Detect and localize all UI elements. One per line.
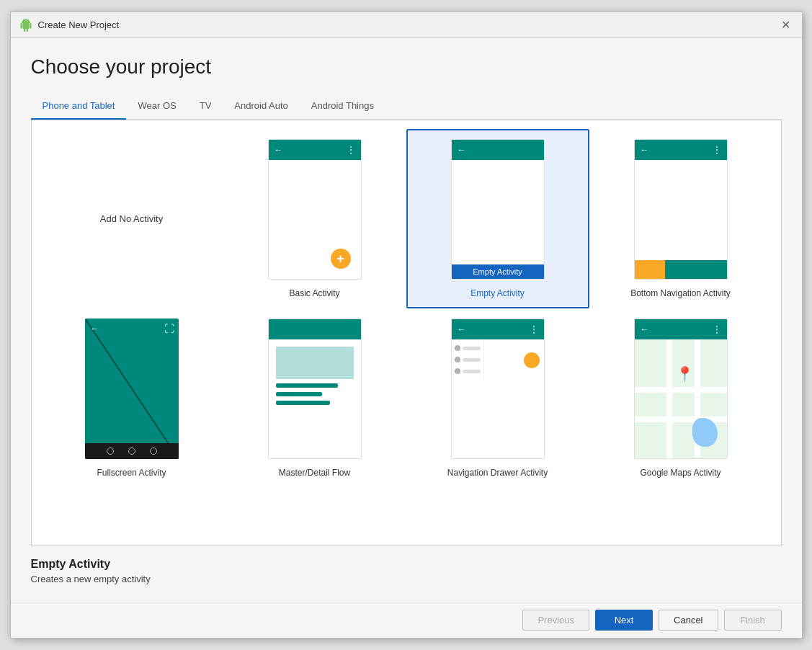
fullscreen-label: Fullscreen Activity bbox=[97, 468, 166, 478]
nav-drawer-list bbox=[452, 339, 484, 380]
diagonal-svg bbox=[85, 319, 179, 459]
bottom-nav-preview: ← ⋮ bbox=[634, 139, 728, 280]
template-grid-container: Add No Activity ← ⋮ + bbox=[31, 120, 782, 546]
title-bar-left: Create New Project bbox=[19, 19, 120, 32]
back-arrow-icon-empty: ← bbox=[458, 145, 466, 155]
create-project-dialog: Create New Project ✕ Choose your project… bbox=[10, 12, 803, 638]
empty-activity-preview: ← Empty Activity bbox=[451, 139, 545, 280]
map-pin: 📍 bbox=[676, 365, 694, 383]
menu-icon-bn: ⋮ bbox=[713, 145, 721, 155]
map-road-h1 bbox=[635, 387, 727, 393]
back-arrow-icon: ← bbox=[275, 145, 283, 155]
nav-fab bbox=[524, 352, 540, 368]
nav-list-item-2 bbox=[455, 357, 481, 362]
bottom-nav-item-1 bbox=[635, 260, 666, 279]
detail-line-2 bbox=[276, 392, 323, 396]
detail-line-3 bbox=[276, 401, 331, 405]
android-icon bbox=[19, 19, 32, 32]
master-detail-preview bbox=[268, 319, 362, 459]
template-no-activity[interactable]: Add No Activity bbox=[40, 129, 223, 308]
template-fullscreen[interactable]: ← ⛶ Fullscreen Activity bbox=[40, 308, 223, 488]
nav-main-area bbox=[484, 339, 544, 380]
google-maps-preview: ← ⋮ bbox=[634, 319, 728, 459]
template-google-maps[interactable]: ← ⋮ bbox=[589, 308, 772, 488]
master-detail-body bbox=[269, 339, 361, 458]
empty-activity-label: Empty Activity bbox=[470, 288, 525, 298]
selected-template-name: Empty Activity bbox=[31, 558, 782, 571]
nav-list-item-3 bbox=[455, 368, 481, 374]
svg-line-0 bbox=[85, 319, 179, 459]
bottom-dot-1 bbox=[107, 448, 114, 455]
bottom-nav-label: Bottom Navigation Activity bbox=[630, 288, 731, 298]
tab-bar: Phone and Tablet Wear OS TV Android Auto… bbox=[31, 93, 782, 120]
fullscreen-preview: ← ⛶ bbox=[85, 319, 179, 459]
selected-overlay: Empty Activity bbox=[452, 264, 544, 279]
map-area: 📍 bbox=[635, 339, 727, 458]
basic-activity-preview: ← ⋮ + bbox=[268, 139, 362, 280]
master-detail-topbar bbox=[269, 319, 361, 339]
tab-android-things[interactable]: Android Things bbox=[300, 93, 385, 120]
back-icon-gm: ← bbox=[641, 324, 649, 334]
description-area: Empty Activity Creates a new empty activ… bbox=[31, 546, 782, 590]
fab-icon: + bbox=[331, 249, 351, 269]
cancel-button[interactable]: Cancel bbox=[659, 610, 718, 631]
menu-icon-gm: ⋮ bbox=[713, 324, 721, 334]
back-icon-nd: ← bbox=[458, 324, 466, 334]
previous-button[interactable]: Previous bbox=[522, 610, 589, 631]
expand-icon: ⛶ bbox=[164, 323, 174, 334]
bottom-nav-item-3 bbox=[696, 260, 727, 279]
dialog-content: Choose your project Phone and Tablet Wea… bbox=[11, 38, 802, 602]
no-activity-label: Add No Activity bbox=[100, 213, 163, 224]
template-master-detail[interactable]: Master/Detail Flow bbox=[223, 308, 406, 488]
nav-drawer-label: Navigation Drawer Activity bbox=[447, 468, 548, 478]
detail-box bbox=[276, 347, 354, 379]
finish-button[interactable]: Finish bbox=[724, 610, 782, 631]
map-water bbox=[692, 418, 718, 447]
page-title: Choose your project bbox=[31, 55, 782, 79]
master-detail-label: Master/Detail Flow bbox=[279, 468, 350, 478]
bottom-dot-2 bbox=[128, 448, 135, 455]
tab-wear-os[interactable]: Wear OS bbox=[126, 93, 187, 120]
selected-template-description: Creates a new empty activity bbox=[31, 574, 782, 584]
template-basic-activity[interactable]: ← ⋮ + Basic Activity bbox=[223, 129, 406, 308]
tab-android-auto[interactable]: Android Auto bbox=[223, 93, 299, 120]
bottom-nav-item-2 bbox=[665, 260, 696, 279]
basic-activity-label: Basic Activity bbox=[289, 288, 339, 298]
template-nav-drawer[interactable]: ← ⋮ bbox=[406, 308, 589, 488]
map-road-v1 bbox=[666, 339, 672, 458]
dialog-title: Create New Project bbox=[38, 19, 120, 30]
nav-drawer-preview: ← ⋮ bbox=[451, 319, 545, 459]
next-button[interactable]: Next bbox=[595, 610, 653, 631]
menu-icon: ⋮ bbox=[347, 145, 355, 155]
back-icon-fs: ← bbox=[91, 324, 99, 334]
nav-list-item-1 bbox=[455, 345, 481, 351]
close-button[interactable]: ✕ bbox=[778, 18, 793, 32]
detail-line-1 bbox=[276, 383, 338, 388]
google-maps-label: Google Maps Activity bbox=[640, 468, 720, 478]
template-grid: Add No Activity ← ⋮ + bbox=[32, 120, 781, 497]
title-bar: Create New Project ✕ bbox=[11, 12, 802, 38]
tab-phone-tablet[interactable]: Phone and Tablet bbox=[31, 93, 127, 120]
template-bottom-nav[interactable]: ← ⋮ Bottom Navigation Ac bbox=[589, 129, 772, 308]
back-arrow-icon-bn: ← bbox=[641, 145, 649, 155]
menu-icon-nd: ⋮ bbox=[530, 324, 538, 334]
tab-tv[interactable]: TV bbox=[188, 93, 223, 120]
template-empty-activity[interactable]: ← Empty Activity Empty Activity bbox=[406, 129, 589, 308]
dialog-footer: Previous Next Cancel Finish bbox=[11, 602, 802, 638]
bottom-dot-3 bbox=[150, 448, 157, 455]
